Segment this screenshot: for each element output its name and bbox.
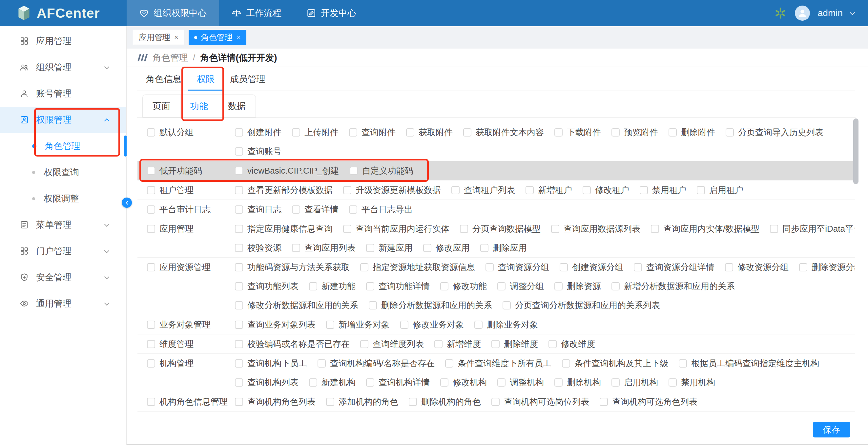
permission-checkbox[interactable] xyxy=(235,167,243,175)
open-tab-chip-0[interactable]: 应用管理× xyxy=(133,30,184,45)
group-checkbox[interactable] xyxy=(147,205,155,214)
permission-checkbox[interactable] xyxy=(235,340,243,348)
permission-label[interactable]: 下载附件 xyxy=(567,127,601,138)
sidebar-item-4[interactable]: 菜单管理 xyxy=(0,212,126,238)
permission-checkbox[interactable] xyxy=(502,301,511,309)
permission-checkbox[interactable] xyxy=(651,225,659,233)
permission-label[interactable]: 删除机构 xyxy=(567,377,601,388)
permission-label[interactable]: 删除应用 xyxy=(493,242,527,254)
permission-label[interactable]: 查询机构可选岗位列表 xyxy=(504,396,589,408)
permission-label[interactable]: 启用机构 xyxy=(624,377,658,388)
permission-label[interactable]: 分页查询分析数据源和应用的关系列表 xyxy=(515,300,660,311)
permission-label[interactable]: 查询机构列表 xyxy=(247,377,299,388)
permission-label[interactable]: 修改资源分组 xyxy=(738,262,788,273)
permission-label[interactable]: 分页查询导入历史列表 xyxy=(738,127,824,138)
permission-label[interactable]: 查询维度列表 xyxy=(373,338,424,350)
permission-label[interactable]: 查询机构可选角色列表 xyxy=(612,396,698,408)
permission-checkbox[interactable] xyxy=(366,378,374,387)
permission-checkbox[interactable] xyxy=(366,282,374,291)
permission-checkbox[interactable] xyxy=(486,263,494,271)
permission-label[interactable]: 指定资源地址获取资源信息 xyxy=(373,262,475,273)
group-checkbox[interactable] xyxy=(147,359,155,367)
permission-label[interactable]: 查询机构角色列表 xyxy=(247,396,316,408)
group-checkbox[interactable] xyxy=(147,398,155,406)
topnav-item-2[interactable]: 开发中心 xyxy=(294,0,369,26)
permission-checkbox[interactable] xyxy=(551,225,559,233)
permission-label[interactable]: 查看更新部分模板数据 xyxy=(247,184,333,196)
permission-checkbox[interactable] xyxy=(725,128,734,137)
permission-label[interactable]: 校验资源 xyxy=(247,242,281,254)
sidebar-collapse-button[interactable] xyxy=(122,198,132,208)
permission-checkbox[interactable] xyxy=(440,282,448,291)
permission-checkbox[interactable] xyxy=(474,321,483,329)
permission-checkbox[interactable] xyxy=(423,244,431,252)
permission-label[interactable]: 查询附件 xyxy=(362,127,396,138)
permission-label[interactable]: 功能码资源与方法关系获取 xyxy=(247,262,350,273)
sidebar-item-1[interactable]: 组织管理 xyxy=(0,54,126,80)
permission-checkbox[interactable] xyxy=(600,398,608,406)
topnav-item-1[interactable]: 工作流程 xyxy=(219,0,294,26)
permission-checkbox[interactable] xyxy=(366,244,374,252)
permission-checkbox[interactable] xyxy=(292,205,300,214)
permission-label[interactable]: 启用租户 xyxy=(709,184,743,196)
permission-checkbox[interactable] xyxy=(350,167,358,175)
permission-checkbox[interactable] xyxy=(452,186,460,194)
permission-label[interactable]: 查询机构编码/名称是否存在 xyxy=(330,358,435,369)
permission-checkbox[interactable] xyxy=(640,186,648,194)
permission-label[interactable]: 查询业务对象列表 xyxy=(247,319,316,330)
permission-checkbox[interactable] xyxy=(235,244,243,252)
permission-checkbox[interactable] xyxy=(463,128,471,137)
permission-checkbox[interactable] xyxy=(235,321,243,329)
topnav-item-0[interactable]: 组织权限中心 xyxy=(127,0,219,26)
permission-checkbox[interactable] xyxy=(549,340,557,348)
permission-checkbox[interactable] xyxy=(406,128,414,137)
permission-label[interactable]: 创建资源分组 xyxy=(572,262,623,273)
permission-label[interactable]: 创建附件 xyxy=(247,127,281,138)
group-checkbox[interactable] xyxy=(147,321,155,329)
permission-label[interactable]: 删除业务对象 xyxy=(487,319,538,330)
permission-label[interactable]: 校验编码或名称是否已存在 xyxy=(247,338,350,350)
permission-checkbox[interactable] xyxy=(697,186,705,194)
permission-checkbox[interactable] xyxy=(799,263,807,271)
permission-checkbox[interactable] xyxy=(326,321,334,329)
sidebar-item-0[interactable]: 应用管理 xyxy=(0,28,126,54)
permission-checkbox[interactable] xyxy=(343,225,351,233)
permission-label[interactable]: 修改业务对象 xyxy=(413,319,464,330)
permission-checkbox[interactable] xyxy=(612,128,620,137)
permission-checkbox[interactable] xyxy=(309,282,317,291)
sidebar-item-5[interactable]: 门户管理 xyxy=(0,238,126,264)
permission-checkbox[interactable] xyxy=(434,340,442,348)
perm-tab-2[interactable]: 数据 xyxy=(218,95,255,117)
group-checkbox[interactable] xyxy=(147,186,155,194)
permission-checkbox[interactable] xyxy=(669,378,677,387)
permission-checkbox[interactable] xyxy=(497,282,505,291)
permission-label[interactable]: 新增分析数据源和应用的关系 xyxy=(624,280,735,292)
permission-checkbox[interactable] xyxy=(562,359,570,367)
permission-label[interactable]: 新建功能 xyxy=(321,280,355,292)
permission-checkbox[interactable] xyxy=(349,128,357,137)
permission-checkbox[interactable] xyxy=(309,378,317,387)
permission-label[interactable]: 查询日志 xyxy=(247,204,281,215)
sidebar-subitem-3-1[interactable]: 权限查询 xyxy=(0,159,126,185)
tab-0[interactable]: 角色信息 xyxy=(146,67,181,91)
permission-label[interactable]: 新建机构 xyxy=(321,377,355,388)
permission-label[interactable]: 查询功能详情 xyxy=(378,280,430,292)
open-tab-chip-1[interactable]: 角色管理× xyxy=(189,30,246,45)
permission-label[interactable]: 修改租户 xyxy=(595,184,629,196)
permission-checkbox[interactable] xyxy=(554,282,563,291)
permission-label[interactable]: 获取附件文本内容 xyxy=(476,127,544,138)
permission-checkbox[interactable] xyxy=(360,340,368,348)
permission-checkbox[interactable] xyxy=(235,398,243,406)
permission-label[interactable]: 调整机构 xyxy=(510,377,544,388)
permission-checkbox[interactable] xyxy=(554,378,563,387)
permission-checkbox[interactable] xyxy=(400,321,408,329)
permission-checkbox[interactable] xyxy=(360,263,368,271)
permission-label[interactable]: 查询租户列表 xyxy=(464,184,515,196)
permission-label[interactable]: 禁用机构 xyxy=(681,377,715,388)
permission-label[interactable]: 指定应用健康信息查询 xyxy=(247,223,333,235)
permission-checkbox[interactable] xyxy=(409,398,417,406)
permission-label[interactable]: 获取附件 xyxy=(418,127,453,138)
permission-checkbox[interactable] xyxy=(526,186,534,194)
permission-checkbox[interactable] xyxy=(343,186,351,194)
permission-checkbox[interactable] xyxy=(770,225,778,233)
